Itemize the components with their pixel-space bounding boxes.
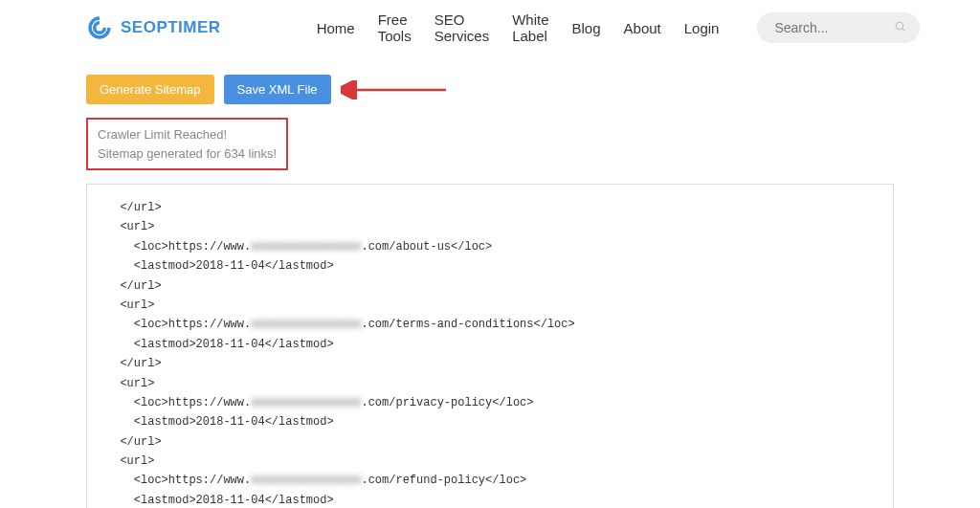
nav-white-label[interactable]: White Label [512, 11, 548, 44]
annotation-arrow-icon [341, 80, 456, 99]
nav-seo-services[interactable]: SEO Services [434, 11, 490, 44]
nav-free-tools[interactable]: Free Tools [378, 11, 412, 44]
nav-home[interactable]: Home [317, 20, 355, 36]
logo-text: SEOPTIMER [121, 18, 221, 37]
status-line-1: Crawler Limit Reached! [98, 125, 277, 144]
status-line-2: Sitemap generated for 634 links! [98, 144, 277, 164]
status-box: Crawler Limit Reached! Sitemap generated… [86, 118, 288, 170]
nav: Home Free Tools SEO Services White Label… [317, 11, 720, 44]
nav-blog[interactable]: Blog [572, 20, 601, 36]
content: Generate Sitemap Save XML File Crawler L… [0, 55, 980, 508]
nav-about[interactable]: About [624, 20, 661, 36]
button-row: Generate Sitemap Save XML File [86, 75, 894, 104]
svg-line-1 [902, 29, 905, 32]
logo-icon [86, 14, 113, 41]
sitemap-code-block: </url> <url> <loc>https://www.xxxxxxxxxx… [86, 184, 894, 508]
logo[interactable]: SEOPTIMER [86, 14, 221, 41]
save-xml-button[interactable]: Save XML File [224, 75, 331, 104]
header: SEOPTIMER Home Free Tools SEO Services W… [0, 0, 980, 55]
nav-login[interactable]: Login [684, 20, 720, 36]
svg-point-0 [897, 22, 904, 30]
search-wrap [757, 12, 920, 43]
search-icon [894, 20, 906, 35]
generate-sitemap-button[interactable]: Generate Sitemap [86, 75, 214, 104]
